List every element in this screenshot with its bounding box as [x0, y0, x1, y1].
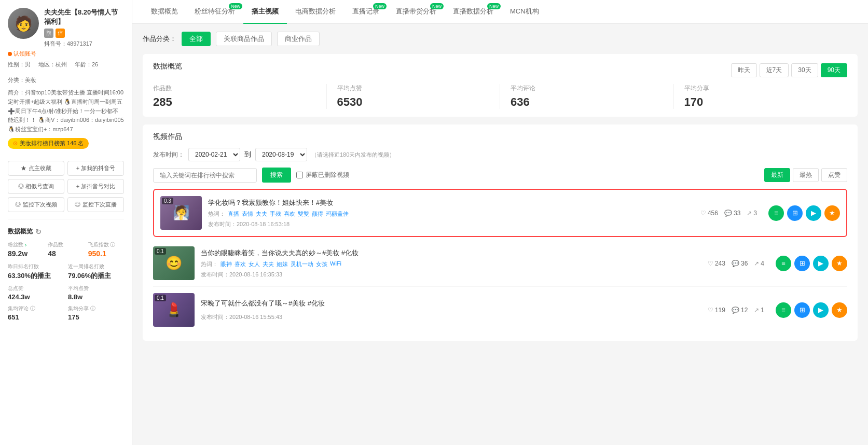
vaction-play-1[interactable]: ▶	[806, 205, 821, 221]
video-stats-3: ♡ 119 💬 12 ↗ 1	[708, 307, 764, 314]
hide-deleted-label[interactable]: 屏蔽已删除视频	[296, 171, 349, 179]
vstat-comments-1: 💬 33	[724, 210, 740, 217]
tag-1-3[interactable]: 夫夫	[256, 210, 267, 218]
tag-1-5[interactable]: 喜欢	[284, 210, 295, 218]
date-separator: 到	[244, 150, 251, 159]
tag-2-2[interactable]: 喜欢	[235, 260, 246, 268]
vstat-comments-value-3: 12	[741, 307, 748, 314]
nav-live-record[interactable]: 直播记录 New	[344, 0, 388, 24]
sidebar-actions: ★ 点主收藏 + 加我的抖音号 ◎ 相似号查询 + 加抖音号对比 ◎ 监控下次视…	[0, 157, 132, 216]
cat-btn-commercial[interactable]: 商业作品	[277, 32, 320, 46]
btn-add-douyin[interactable]: + 加我的抖音号	[67, 161, 124, 176]
tag-1-8[interactable]: 玛丽盖佳	[326, 210, 349, 218]
vstat-comments-value-2: 36	[741, 260, 748, 267]
profile-info: 夫夫先生【8.20号情人节福利】 旗 信 抖音号：48971317	[44, 8, 124, 48]
tag-2-5[interactable]: 姐妹	[277, 260, 288, 268]
vaction-star-3[interactable]: ★	[832, 302, 847, 318]
video-actions-3: ≡ ⊞ ▶ ★	[776, 302, 847, 318]
heart-icon-3: ♡	[708, 307, 713, 314]
stat-avg-shares: 集均分享 ⓘ 175	[68, 305, 124, 321]
video-info-3: 宋晚了可就什么都没有了哦～#美妆 #化妆 发布时间：2020-08-16 15:…	[201, 299, 701, 321]
divider1	[8, 219, 124, 219]
video-title-1: 学化妆吗？我素颜教你！姐妹快来！#美妆	[208, 198, 694, 207]
vaction-chart-2[interactable]: ⊞	[794, 256, 810, 271]
sort-likes[interactable]: 点赞	[821, 168, 847, 182]
stat-avg-comments-value: 651	[8, 313, 64, 321]
refresh-icon[interactable]: ↻	[35, 228, 42, 236]
vaction-chart-1[interactable]: ⊞	[787, 205, 803, 221]
search-input[interactable]	[153, 168, 257, 183]
stat-works: 作品数 48	[48, 241, 84, 258]
btn-bookmark[interactable]: ★ 点主收藏	[8, 161, 64, 176]
stat-index-label: 飞瓜指数 ⓘ	[88, 241, 124, 248]
search-button[interactable]: 搜索	[262, 168, 291, 183]
cat-btn-all[interactable]: 全部	[182, 32, 211, 46]
tag-1-4[interactable]: 手残	[270, 210, 281, 218]
stats-grid2: 昨日排名打败 63.30%的播主 近一周排名打败 79.06%的播主 总点赞 4…	[0, 263, 132, 321]
stat-fans-value: 89.2w	[8, 249, 44, 258]
nav-live-data[interactable]: 直播数据分析 New	[445, 0, 502, 24]
vaction-star-2[interactable]: ★	[832, 256, 847, 271]
video-thumb-3[interactable]: 0.1 💄	[153, 293, 195, 327]
vaction-chart-3[interactable]: ⊞	[794, 302, 810, 318]
filter-yesterday[interactable]: 昨天	[731, 63, 757, 77]
btn-monitor-video[interactable]: ◎ 监控下次视频	[8, 197, 64, 212]
hide-deleted-checkbox[interactable]	[296, 172, 303, 178]
video-thumb-1[interactable]: 0.3 🧖	[160, 196, 202, 230]
vstat-shares-value-1: 3	[753, 210, 757, 217]
tag-1-1[interactable]: 直播	[228, 210, 239, 218]
tag-1-6[interactable]: 雙雙	[298, 210, 309, 218]
vstat-comments-2: 💬 36	[732, 260, 748, 267]
tag-2-7[interactable]: 女孩	[316, 260, 327, 268]
vaction-play-3[interactable]: ▶	[813, 302, 829, 318]
btn-monitor-live[interactable]: ◎ 监控下次直播	[67, 197, 124, 212]
tag-2-4[interactable]: 夫夫	[263, 260, 274, 268]
date-from[interactable]: 2020-02-21	[188, 148, 240, 161]
video-thumb-2[interactable]: 0.1 😊	[153, 246, 195, 280]
nav-overview[interactable]: 数据概览	[143, 0, 186, 24]
cat-btn-related[interactable]: 关联商品作品	[216, 32, 272, 46]
tag-2-1[interactable]: 眼神	[221, 260, 232, 268]
vstat-likes-value-3: 119	[715, 307, 725, 314]
ov-avg-comments-label: 平均评论	[511, 84, 663, 93]
icon-mail: 信	[56, 29, 65, 38]
tag-2-8[interactable]: WiFi	[330, 260, 341, 268]
date-hint: （请选择近180天内发布的视频）	[311, 151, 395, 159]
heart-icon-1: ♡	[700, 210, 706, 217]
tag-1-7[interactable]: 颜得	[312, 210, 323, 218]
nav-mcn[interactable]: MCN机构	[502, 0, 547, 24]
video-section-title: 视频作品	[153, 132, 847, 142]
nav-ecommerce[interactable]: 电商数据分析	[287, 0, 344, 24]
nav-fans[interactable]: 粉丝特征分析 New	[186, 0, 243, 24]
btn-similar[interactable]: ◎ 相似号查询	[8, 179, 64, 194]
video-item-2: 0.1 😊 当你的眼睫眯着笑，当你说夫夫真的妙～#美妆 #化妆 热词： 眼神 喜…	[153, 240, 847, 287]
sort-newest[interactable]: 最新	[764, 168, 790, 182]
thumb-score-1: 0.3	[162, 198, 173, 204]
nav-live-goods[interactable]: 直播带货分析 New	[388, 0, 445, 24]
tag-2-6[interactable]: 灵机一动	[291, 260, 313, 268]
vstat-shares-value-3: 1	[761, 307, 764, 314]
sidebar: 🧑 夫夫先生【8.20号情人节福利】 旗 信 抖音号：48971317 认领账号…	[0, 0, 132, 445]
stat-fans-label: 粉丝数 ›	[8, 241, 44, 248]
badge-live-record: New	[373, 3, 387, 9]
tag-2-3[interactable]: 女人	[249, 260, 260, 268]
vaction-list-1[interactable]: ≡	[768, 205, 784, 221]
vaction-star-1[interactable]: ★	[824, 205, 840, 221]
sort-hottest[interactable]: 最热	[793, 168, 819, 182]
vaction-play-2[interactable]: ▶	[813, 256, 829, 271]
video-date-2: 发布时间：2020-08-16 16:35:33	[201, 271, 701, 279]
tag-1-2[interactable]: 表情	[242, 210, 253, 218]
filter-90days[interactable]: 90天	[821, 63, 847, 77]
certified-badge[interactable]: 认领账号	[8, 50, 124, 58]
btn-compare[interactable]: + 加抖音号对比	[67, 179, 124, 194]
date-to[interactable]: 2020-08-19	[255, 148, 307, 161]
video-list: 0.3 🧖 学化妆吗？我素颜教你！姐妹快来！#美妆 热词： 直播 表情 夫夫 手…	[153, 189, 847, 333]
share-icon-1: ↗	[747, 210, 752, 217]
vaction-list-2[interactable]: ≡	[776, 256, 791, 271]
video-section: 视频作品 发布时间： 2020-02-21 到 2020-08-19 （请选择近…	[143, 124, 858, 341]
stat-avg-likes: 平均点赞 8.8w	[68, 285, 124, 301]
nav-video[interactable]: 播主视频	[243, 0, 287, 24]
vaction-list-3[interactable]: ≡	[776, 302, 791, 318]
filter-7days[interactable]: 近7天	[760, 63, 789, 77]
filter-30days[interactable]: 30天	[791, 63, 818, 77]
